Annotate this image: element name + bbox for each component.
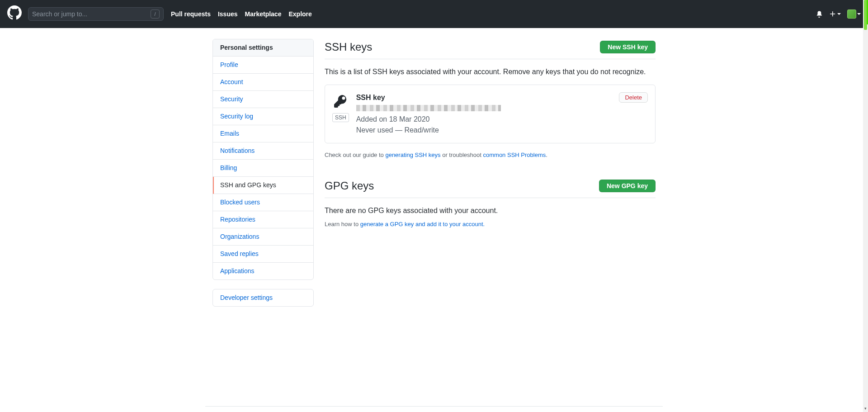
link-generate-gpg-key[interactable]: generate a GPG key and add it to your ac… — [360, 221, 485, 227]
ssh-description: This is a list of SSH keys associated wi… — [325, 66, 656, 77]
sidebar-item-billing[interactable]: Billing — [213, 160, 313, 177]
gpg-section: GPG keys New GPG key There are no GPG ke… — [325, 178, 656, 229]
ssh-key-details: SSH key Added on 18 Mar 2020 Never used … — [356, 92, 619, 136]
ssh-help-suffix: . — [546, 152, 547, 158]
ssh-key-type-badge: SSH — [332, 113, 349, 122]
link-generating-ssh-keys[interactable]: generating SSH keys — [385, 152, 440, 158]
main-content: SSH keys New SSH key This is a list of S… — [325, 39, 656, 316]
sidebar-personal-settings: Personal settings Profile Account Securi… — [212, 39, 314, 280]
sidebar-item-blocked-users[interactable]: Blocked users — [213, 194, 313, 211]
sidebar-item-notifications[interactable]: Notifications — [213, 142, 313, 160]
key-icon — [334, 95, 347, 110]
sidebar-item-profile[interactable]: Profile — [213, 57, 313, 74]
ssh-section-header: SSH keys New SSH key — [325, 39, 656, 59]
notifications-icon[interactable] — [816, 10, 823, 18]
global-header: / Pull requests Issues Marketplace Explo… — [0, 0, 868, 28]
sidebar-item-security[interactable]: Security — [213, 91, 313, 108]
search-box[interactable]: / — [28, 7, 164, 21]
ssh-key-title: SSH key — [356, 92, 619, 103]
sidebar-item-ssh-gpg-keys[interactable]: SSH and GPG keys — [213, 177, 313, 194]
ssh-key-entry: SSH SSH key Added on 18 Mar 2020 Never u… — [325, 85, 656, 143]
ssh-key-icon-column: SSH — [332, 92, 349, 122]
scrollbar-down-arrow[interactable]: ▾ — [863, 406, 868, 407]
search-kbd-hint: / — [151, 9, 160, 19]
nav-marketplace[interactable]: Marketplace — [245, 9, 282, 19]
gpg-description: There are no GPG keys associated with yo… — [325, 205, 656, 216]
create-new-dropdown[interactable] — [829, 10, 841, 18]
ssh-key-added-date: Added on 18 Mar 2020 — [356, 114, 619, 125]
ssh-key-usage: Never used — Read/write — [356, 125, 619, 136]
header-left: / Pull requests Issues Marketplace Explo… — [7, 5, 816, 23]
avatar — [847, 9, 856, 19]
page-container: Personal settings Profile Account Securi… — [205, 28, 663, 316]
nav-explore[interactable]: Explore — [288, 9, 311, 19]
settings-sidebar: Personal settings Profile Account Securi… — [212, 39, 314, 316]
sidebar-item-applications[interactable]: Applications — [213, 263, 313, 279]
header-right — [816, 9, 861, 19]
caret-down-icon — [837, 13, 841, 15]
sidebar-item-saved-replies[interactable]: Saved replies — [213, 246, 313, 263]
ssh-help-prefix: Check out our guide to — [325, 152, 385, 158]
sidebar-item-emails[interactable]: Emails — [213, 125, 313, 142]
user-menu-dropdown[interactable] — [847, 9, 861, 19]
nav-issues[interactable]: Issues — [218, 9, 238, 19]
sidebar-item-organizations[interactable]: Organizations — [213, 228, 313, 246]
link-common-ssh-problems[interactable]: common SSH Problems — [483, 152, 546, 158]
sidebar-item-security-log[interactable]: Security log — [213, 108, 313, 125]
nav-pull-requests[interactable]: Pull requests — [171, 9, 211, 19]
github-logo-icon[interactable] — [7, 5, 22, 23]
sidebar-heading: Personal settings — [213, 39, 313, 57]
new-ssh-key-button[interactable]: New SSH key — [600, 41, 656, 53]
search-input[interactable] — [32, 10, 151, 18]
gpg-section-title: GPG keys — [325, 178, 374, 194]
ssh-key-fingerprint-redacted — [356, 105, 501, 111]
gpg-help-prefix: Learn how to — [325, 221, 360, 227]
scrollbar[interactable]: ▾ — [863, 0, 868, 407]
new-gpg-key-button[interactable]: New GPG key — [599, 180, 656, 192]
ssh-section-title: SSH keys — [325, 39, 372, 55]
sidebar-item-repositories[interactable]: Repositories — [213, 211, 313, 228]
delete-ssh-key-button[interactable]: Delete — [619, 92, 648, 103]
caret-down-icon — [857, 13, 861, 15]
sidebar-developer-settings-group: Developer settings — [212, 289, 314, 307]
primary-nav: Pull requests Issues Marketplace Explore — [171, 9, 312, 19]
sidebar-item-account[interactable]: Account — [213, 74, 313, 91]
sidebar-item-developer-settings[interactable]: Developer settings — [213, 289, 313, 306]
gpg-help-line: Learn how to generate a GPG key and add … — [325, 220, 656, 229]
footer-separator — [205, 406, 663, 407]
gpg-section-header: GPG keys New GPG key — [325, 178, 656, 198]
ssh-help-mid: or troubleshoot — [441, 152, 483, 158]
ssh-help-line: Check out our guide to generating SSH ke… — [325, 151, 656, 160]
